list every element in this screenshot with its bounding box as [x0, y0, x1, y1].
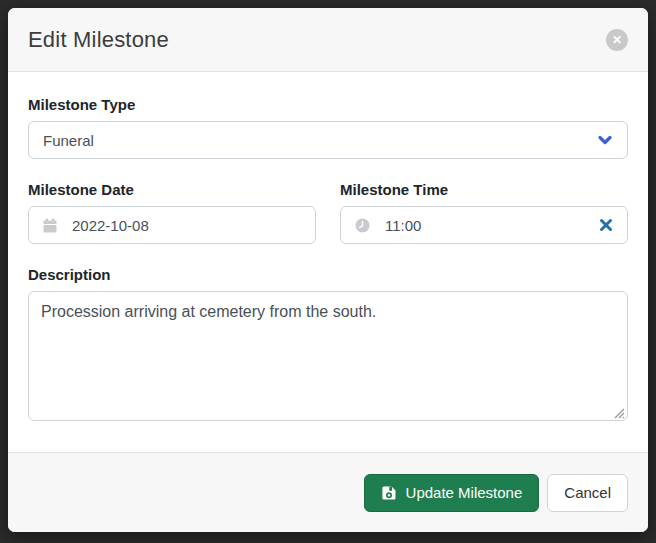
cancel-button[interactable]: Cancel	[547, 474, 628, 512]
milestone-time-input[interactable]	[385, 217, 584, 234]
dialog-title: Edit Milestone	[28, 27, 169, 53]
milestone-date-field[interactable]	[28, 206, 316, 244]
save-icon	[381, 485, 397, 501]
update-milestone-button[interactable]: Update Milestone	[364, 474, 540, 512]
milestone-time-label: Milestone Time	[340, 181, 628, 198]
edit-milestone-dialog: Edit Milestone ✕ Milestone Type Funeral …	[8, 8, 648, 532]
dialog-footer: Update Milestone Cancel	[8, 452, 648, 532]
close-icon: ✕	[612, 29, 622, 51]
chevron-down-icon	[597, 132, 613, 148]
close-button[interactable]: ✕	[606, 29, 628, 51]
milestone-type-group: Milestone Type Funeral	[28, 96, 628, 159]
date-time-row: Milestone Date Milestone Time	[28, 181, 628, 244]
dialog-body: Milestone Type Funeral Milestone Date	[8, 72, 648, 452]
milestone-time-group: Milestone Time	[340, 181, 628, 244]
calendar-icon	[43, 218, 57, 233]
description-group: Description Procession arriving at cemet…	[28, 266, 628, 421]
description-label: Description	[28, 266, 628, 283]
milestone-time-field[interactable]	[340, 206, 628, 244]
modal-backdrop: { "modal": { "title": "Edit Milestone" }…	[0, 0, 656, 543]
milestone-type-value: Funeral	[43, 132, 94, 149]
description-wrap: Procession arriving at cemetery from the…	[28, 291, 628, 421]
milestone-type-label: Milestone Type	[28, 96, 628, 113]
clock-icon	[355, 218, 370, 233]
cancel-label: Cancel	[564, 484, 611, 501]
update-milestone-label: Update Milestone	[406, 484, 523, 501]
dialog-header: Edit Milestone ✕	[8, 8, 648, 72]
description-textarea[interactable]: Procession arriving at cemetery from the…	[28, 291, 628, 421]
milestone-date-label: Milestone Date	[28, 181, 316, 198]
resize-handle-icon[interactable]	[612, 405, 625, 418]
milestone-date-group: Milestone Date	[28, 181, 316, 244]
milestone-type-select[interactable]: Funeral	[28, 121, 628, 159]
clear-time-icon[interactable]	[599, 218, 613, 232]
milestone-date-input[interactable]	[72, 217, 301, 234]
